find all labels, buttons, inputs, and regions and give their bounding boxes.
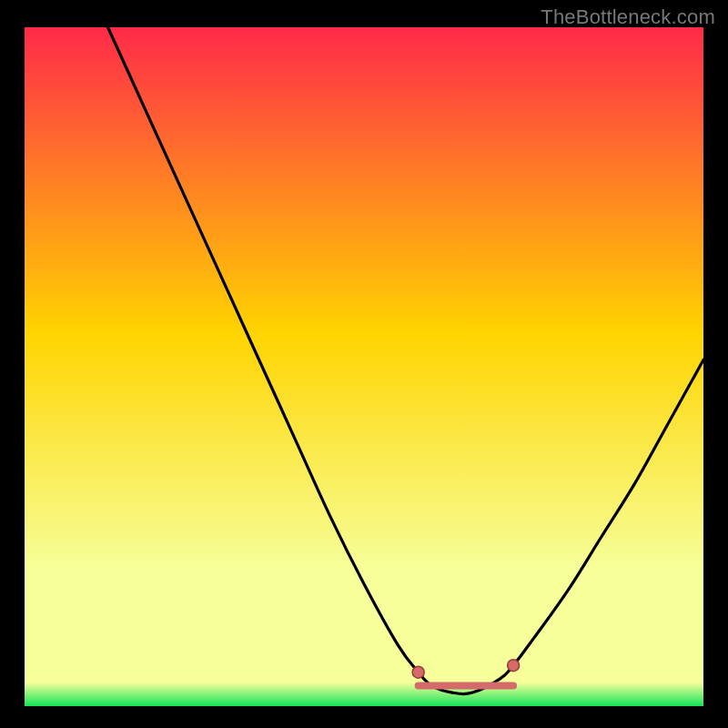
chart-root: TheBottleneck.com <box>0 0 728 728</box>
curve-marker <box>412 666 424 678</box>
bottleneck-chart <box>25 27 703 706</box>
curve-marker <box>508 660 520 672</box>
gradient-background <box>25 27 703 706</box>
plot-area <box>25 27 703 706</box>
watermark-text: TheBottleneck.com <box>541 5 715 29</box>
